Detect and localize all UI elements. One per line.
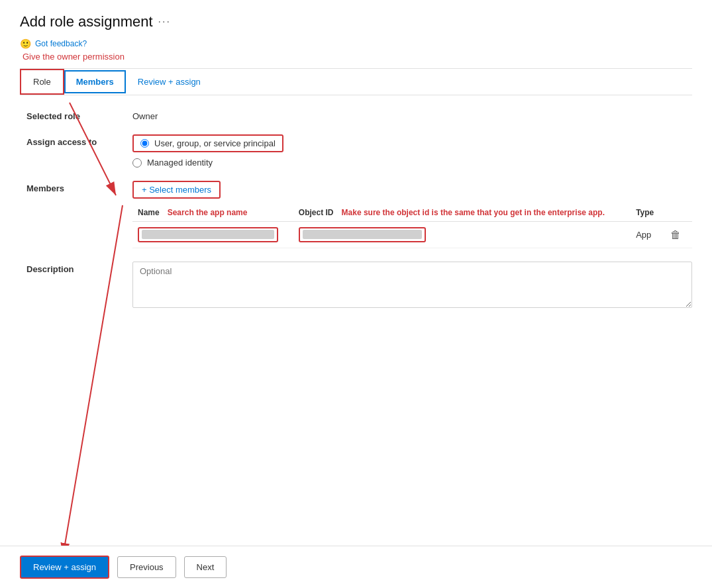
feedback-icon: 🙂 [20,38,31,49]
radio-user-group-container: User, group, or service principal [132,134,283,152]
tab-role[interactable]: Role [20,69,64,95]
object-id-col-annotation: Make sure the object id is the same that… [342,208,605,217]
selected-role-row: Selected role Owner [26,109,692,121]
col-type: Type [631,204,661,222]
description-label: Description [26,262,132,274]
annotation-give-owner: Give the owner permission [23,52,692,62]
bottom-bar: Review + assign Previous Next [0,546,712,588]
tab-review-assign[interactable]: Review + assign [126,70,213,93]
description-textarea[interactable] [132,262,692,308]
cell-type: App [631,222,661,248]
title-text: Add role assignment [20,13,153,30]
access-options: User, group, or service principal Manage… [132,134,283,168]
radio-managed-identity-container: Managed identity [132,158,283,168]
review-assign-button[interactable]: Review + assign [20,556,109,579]
feedback-link[interactable]: Got feedback? [35,39,87,48]
assign-access-label: Assign access to [26,134,132,147]
assign-access-row: Assign access to User, group, or service… [26,134,692,168]
form-section: Selected role Owner Assign access to Use… [20,109,692,310]
selected-role-value: Owner [132,109,158,121]
object-id-cell-highlight [299,227,426,242]
next-button[interactable]: Next [184,556,227,578]
col-object-id: Object ID Make sure the object id is the… [293,204,631,222]
description-row: Description [26,262,692,310]
members-content: + Select members Name Search the app nam… [132,181,692,248]
select-members-button[interactable]: + Select members [132,181,221,199]
name-col-annotation: Search the app name [168,208,248,217]
cell-object-id [293,222,631,248]
table-header-row: Name Search the app name Object ID Make … [132,204,692,222]
delete-member-button[interactable]: 🗑 [666,228,685,242]
cell-name [132,222,293,248]
object-id-blurred [303,230,422,239]
name-blurred [142,230,274,239]
name-cell-highlight [138,227,278,242]
description-content [132,262,692,310]
members-label: Members [26,181,132,193]
radio-user-group-label: User, group, or service principal [154,138,276,148]
feedback-row: 🙂 Got feedback? [20,38,692,49]
previous-button[interactable]: Previous [117,556,176,578]
tabs-row: Role Members Review + assign [20,69,692,95]
tab-members[interactable]: Members [64,70,126,93]
page-title: Add role assignment ··· [20,13,692,30]
radio-managed-identity-label: Managed identity [147,158,213,168]
table-row: App 🗑 [132,222,692,248]
members-table: Name Search the app name Object ID Make … [132,204,692,248]
selected-role-label: Selected role [26,109,132,121]
radio-managed-identity[interactable] [132,158,142,168]
radio-user-group[interactable] [140,139,149,148]
col-name: Name Search the app name [132,204,293,222]
cell-delete[interactable]: 🗑 [661,222,692,248]
col-actions [661,204,692,222]
title-ellipsis: ··· [158,16,171,28]
members-row: Members + Select members Name Search the… [26,181,692,248]
